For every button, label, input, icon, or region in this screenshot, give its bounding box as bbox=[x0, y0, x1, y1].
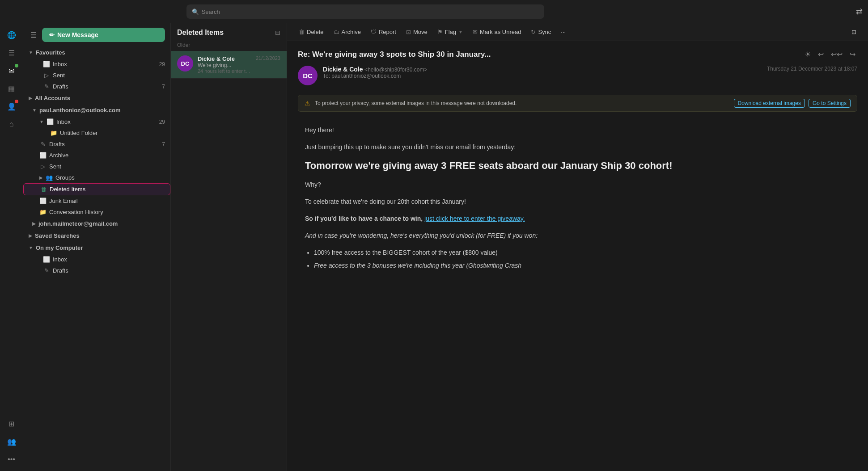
sidebar-icon-more[interactable]: ••• bbox=[4, 451, 20, 467]
sidebar-icon-home[interactable]: ⌂ bbox=[4, 116, 20, 132]
body-li1: 100% free access to the BIGGEST cohort o… bbox=[314, 248, 850, 258]
account1-drafts-count: 7 bbox=[162, 141, 165, 147]
flag-button[interactable]: ⚑ Flag ▼ bbox=[433, 26, 467, 38]
reply-all-icon[interactable]: ↩↩ bbox=[829, 48, 844, 60]
warning-icon: ⚠ bbox=[305, 100, 310, 107]
reply-icon[interactable]: ↩ bbox=[816, 48, 826, 60]
mark-unread-button[interactable]: ✉ Mark as Unread bbox=[468, 26, 525, 38]
body-li2: Free access to the 3 bonuses we're inclu… bbox=[314, 261, 850, 271]
junk-email-label: Junk Email bbox=[49, 198, 78, 204]
archive-button[interactable]: 🗂 Archive bbox=[329, 26, 365, 38]
delete-icon: 🗑 bbox=[299, 29, 305, 35]
email-list-item[interactable]: DC Dickie & Cole We're giving... 24 hour… bbox=[171, 51, 287, 79]
sidebar-item-account1-sent[interactable]: ▷ Sent bbox=[23, 161, 170, 172]
archive-icon: ⬜ bbox=[39, 152, 47, 159]
sidebar-icon-grid[interactable]: ⊞ bbox=[4, 416, 20, 432]
privacy-bar: ⚠ To protect your privacy, some external… bbox=[298, 95, 857, 112]
all-accounts-chevron: ▶ bbox=[29, 96, 32, 101]
search-bar[interactable]: 🔍 Search bbox=[186, 4, 544, 19]
giveaway-link[interactable]: just click here to enter the giveaway. bbox=[424, 215, 525, 222]
content-area: Deleted Items ⊟ Older DC Dickie & Cole W… bbox=[171, 23, 868, 471]
oc-drafts-icon: ✎ bbox=[43, 267, 50, 274]
more-actions-button[interactable]: ··· bbox=[556, 26, 570, 38]
email-header-actions: ☀ ↩ ↩↩ ↪ bbox=[803, 48, 857, 60]
home-icon: ⌂ bbox=[9, 120, 14, 128]
sidebar-item-conversation-history[interactable]: 📁 Conversation History bbox=[23, 206, 170, 218]
email-list-panel: Deleted Items ⊟ Older DC Dickie & Cole W… bbox=[171, 23, 287, 471]
sidebar-item-sent-fav[interactable]: ▷ Sent bbox=[23, 70, 170, 81]
mark-unread-icon: ✉ bbox=[473, 29, 478, 35]
sidebar-item-account1-inbox[interactable]: ▼ ⬜ Inbox 29 bbox=[23, 116, 170, 127]
account1-sent-label: Sent bbox=[49, 163, 61, 170]
sidebar-icon-mail[interactable]: ✉ bbox=[4, 63, 20, 79]
oc-inbox-icon: ⬜ bbox=[43, 256, 50, 263]
mail-badge bbox=[15, 64, 18, 67]
body-why: Why? bbox=[305, 180, 850, 190]
sidebar-item-deleted-items[interactable]: 🗑 Deleted Items bbox=[23, 183, 170, 195]
account2-label: john.mailmeteor@gmail.com bbox=[38, 220, 118, 227]
hamburger-icon: ☰ bbox=[8, 49, 15, 57]
email-sender: Dickie & Cole bbox=[198, 55, 251, 62]
expand-button[interactable]: ⊡ bbox=[847, 26, 861, 38]
sidebar-item-groups[interactable]: ▶ 👥 Groups bbox=[23, 172, 170, 183]
sidebar-icon-people[interactable]: 👥 bbox=[4, 433, 20, 450]
body-list: 100% free access to the BIGGEST cohort o… bbox=[314, 248, 850, 272]
filter-icon[interactable]: ⊟ bbox=[275, 29, 280, 36]
sidebar-item-oc-inbox[interactable]: ⬜ Inbox bbox=[23, 254, 170, 265]
on-my-computer-chevron: ▼ bbox=[29, 245, 33, 250]
account1-section[interactable]: ▼ paul.anthonioz@outlook.com bbox=[23, 104, 170, 116]
email-subject-line: Re: We're giving away 3 spots to Ship 30… bbox=[298, 48, 857, 60]
sync-button[interactable]: ↻ Sync bbox=[526, 26, 555, 38]
notifications-icon[interactable]: ⇄ bbox=[856, 7, 863, 17]
account2-section[interactable]: ▶ john.mailmeteor@gmail.com bbox=[23, 218, 170, 230]
delete-button[interactable]: 🗑 Delete bbox=[294, 26, 328, 38]
sidebar-item-archive[interactable]: ⬜ Archive bbox=[23, 150, 170, 161]
to-line: To: paul.anthonioz@outlook.com bbox=[323, 73, 762, 79]
account1-label: paul.anthonioz@outlook.com bbox=[39, 107, 121, 114]
archive-label: Archive bbox=[49, 152, 68, 159]
main-layout: 🌐 ☰ ✉ ▦ 👤 ⌂ ⊞ 👥 ••• ☰ bbox=[0, 23, 868, 471]
sent2-icon: ▷ bbox=[39, 163, 47, 170]
sidebar-item-untitled-folder[interactable]: 📁 Untitled Folder bbox=[23, 127, 170, 139]
sidebar-icon-hamburger[interactable]: ☰ bbox=[4, 45, 20, 61]
sidebar-item-inbox-fav[interactable]: ⬜ Inbox 29 bbox=[23, 59, 170, 70]
sidebar-item-oc-drafts[interactable]: ✎ Drafts bbox=[23, 265, 170, 276]
sidebar-icon-contacts[interactable]: 👤 bbox=[4, 98, 20, 114]
sender-avatar: DC bbox=[298, 66, 318, 85]
email-list-header: Deleted Items ⊟ bbox=[171, 23, 287, 40]
sidebar-item-junk-email[interactable]: ⬜ Junk Email bbox=[23, 195, 170, 206]
sidebar-icon-globe[interactable]: 🌐 bbox=[4, 27, 20, 43]
archive-action-icon: 🗂 bbox=[334, 29, 339, 35]
compose-icon: ✏ bbox=[49, 31, 55, 38]
brightness-icon[interactable]: ☀ bbox=[803, 48, 813, 60]
trash-icon: 🗑 bbox=[40, 186, 47, 193]
sender-name: Dickie & Cole bbox=[323, 66, 363, 73]
email-subject-preview: We're giving... bbox=[198, 62, 251, 68]
menu-toggle-button[interactable]: ☰ bbox=[29, 29, 38, 41]
go-to-settings-button[interactable]: Go to Settings bbox=[809, 99, 851, 108]
sidebar-item-drafts-fav[interactable]: ✎ Drafts 7 bbox=[23, 81, 170, 92]
favourites-section[interactable]: ▼ Favourites bbox=[23, 46, 170, 59]
privacy-text: To protect your privacy, some external i… bbox=[315, 100, 517, 106]
download-images-button[interactable]: Download external images bbox=[734, 99, 805, 108]
email-pane: Re: We're giving away 3 spots to Ship 30… bbox=[287, 41, 868, 471]
saved-searches-chevron: ▶ bbox=[29, 233, 32, 238]
oc-drafts-label: Drafts bbox=[53, 267, 68, 274]
search-icon: 🔍 bbox=[192, 8, 199, 15]
forward-icon[interactable]: ↪ bbox=[848, 48, 857, 60]
saved-searches-section[interactable]: ▶ Saved Searches bbox=[23, 230, 170, 242]
body-greeting: Hey there! bbox=[305, 125, 850, 136]
top-bar: 🔍 Search ⇄ bbox=[0, 0, 868, 23]
privacy-actions: Download external images Go to Settings bbox=[734, 99, 851, 108]
report-button[interactable]: 🛡 Report bbox=[366, 26, 401, 38]
sender-row: DC Dickie & Cole <hello@ship30for30.com>… bbox=[298, 66, 857, 85]
junk-icon: ⬜ bbox=[39, 198, 47, 204]
sidebar-icon-calendar[interactable]: ▦ bbox=[4, 80, 20, 97]
move-button[interactable]: ⊡ Move bbox=[402, 26, 432, 38]
drafts-label: Drafts bbox=[53, 83, 68, 90]
all-accounts-section[interactable]: ▶ All Accounts bbox=[23, 92, 170, 104]
on-my-computer-section[interactable]: ▼ On my Computer bbox=[23, 242, 170, 254]
new-message-button[interactable]: ✏ New Message bbox=[42, 28, 165, 42]
contacts-icon: 👤 bbox=[7, 102, 16, 111]
sidebar-item-account1-drafts[interactable]: ✎ Drafts 7 bbox=[23, 139, 170, 150]
